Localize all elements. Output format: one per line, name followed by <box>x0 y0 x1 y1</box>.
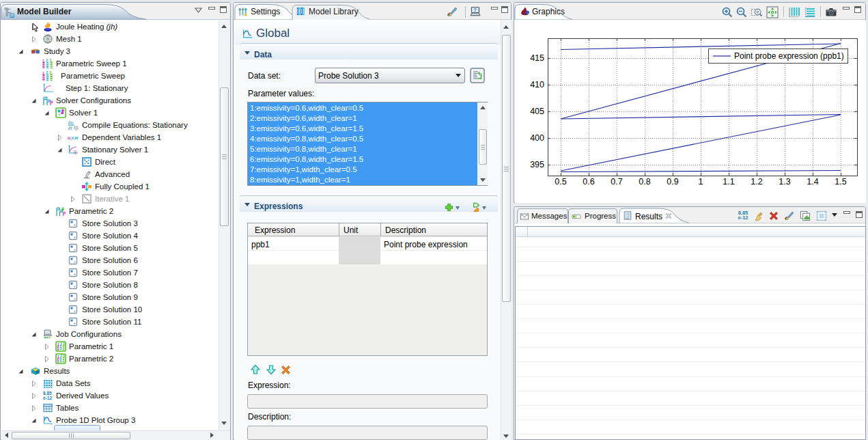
svg-text:1.3: 1.3 <box>779 177 790 187</box>
svg-text:0.5: 0.5 <box>555 177 566 187</box>
svg-text:410: 410 <box>530 80 544 90</box>
svg-text:415: 415 <box>530 53 544 63</box>
svg-text:395: 395 <box>530 160 544 169</box>
svg-text:400: 400 <box>530 133 544 143</box>
svg-text:1: 1 <box>699 177 703 187</box>
svg-text:0.9: 0.9 <box>667 177 678 187</box>
svg-text:0.8: 0.8 <box>639 177 650 187</box>
svg-text:0.6: 0.6 <box>583 177 594 187</box>
svg-text:Point probe expression (ppb1): Point probe expression (ppb1) <box>734 51 844 61</box>
svg-text:1.2: 1.2 <box>751 177 762 187</box>
svg-text:0.7: 0.7 <box>611 177 622 187</box>
svg-text:1.4: 1.4 <box>807 177 818 187</box>
svg-text:405: 405 <box>530 107 544 116</box>
svg-text:1.1: 1.1 <box>723 177 734 187</box>
svg-text:1.5: 1.5 <box>835 177 846 187</box>
